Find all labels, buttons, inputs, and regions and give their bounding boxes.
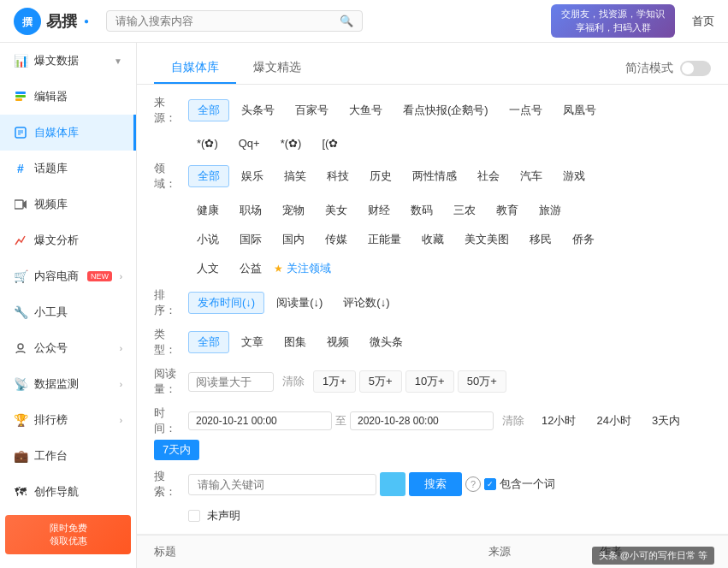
domain-tag-youxi[interactable]: 游戏 bbox=[554, 166, 594, 186]
time-btn-3d[interactable]: 3天内 bbox=[643, 411, 689, 431]
promo-banner[interactable]: 限时免费 领取优惠 bbox=[5, 515, 131, 554]
read-btn-10w[interactable]: 10万+ bbox=[405, 370, 454, 393]
domain-follow-link[interactable]: ★ 关注领域 bbox=[274, 261, 331, 276]
domain-tag-renwen[interactable]: 人文 bbox=[188, 258, 228, 279]
domain-tag-lvyou[interactable]: 旅游 bbox=[530, 200, 570, 221]
domain-tag-zhichang[interactable]: 职场 bbox=[231, 200, 270, 221]
source-tag-all[interactable]: 全部 bbox=[188, 99, 229, 121]
type-tag-wetoujiao[interactable]: 微头条 bbox=[361, 332, 411, 352]
jianjiemoshi-label: 简洁模式 bbox=[625, 61, 673, 76]
domain-tag-shehui[interactable]: 社会 bbox=[469, 166, 508, 186]
source-tag-toutiao[interactable]: 头条号 bbox=[233, 100, 283, 121]
source-tag-fenghuang[interactable]: 凤凰号 bbox=[554, 100, 605, 121]
jianjiemoshi-toggle[interactable] bbox=[680, 61, 711, 76]
type-tag-gallery[interactable]: 图集 bbox=[275, 332, 315, 352]
domain-tag-zhengneng[interactable]: 正能量 bbox=[359, 229, 410, 250]
read-btn-1w[interactable]: 1万+ bbox=[313, 370, 356, 393]
sort-btn-comment[interactable]: 评论数(↓) bbox=[334, 293, 398, 313]
sort-row: 排序： 发布时间(↓) 阅读量(↓) 评论数(↓) bbox=[154, 287, 711, 318]
domain-tag-meinv[interactable]: 美女 bbox=[317, 200, 356, 221]
time-label: 时间： bbox=[154, 405, 185, 436]
source-tag-s3[interactable]: *(✿) bbox=[272, 134, 311, 152]
search-execute-btn[interactable]: 搜索 bbox=[409, 472, 462, 496]
domain-tag-caijing[interactable]: 财经 bbox=[359, 200, 399, 221]
sidebar-item-baowendata[interactable]: 📊 爆文数据 ▼ bbox=[0, 43, 136, 79]
domain-tag-shuma[interactable]: 数码 bbox=[402, 200, 441, 221]
header-banner[interactable]: 交朋友，找资源，学知识 享福利，扫码入群 bbox=[551, 4, 675, 38]
time-start-input[interactable] bbox=[188, 411, 332, 430]
tab-zimeiti[interactable]: 自媒体库 bbox=[154, 53, 236, 84]
home-nav[interactable]: 首页 bbox=[692, 14, 714, 29]
sidebar-item-zimeiti[interactable]: 自媒体库 bbox=[0, 115, 136, 151]
domain-tag-guoji[interactable]: 国际 bbox=[231, 229, 270, 250]
type-tag-all[interactable]: 全部 bbox=[188, 331, 229, 353]
include-one-word-checkbox[interactable]: ✓ bbox=[484, 478, 496, 490]
source-tag-s2[interactable]: Qq+ bbox=[230, 134, 269, 152]
read-btn-5w[interactable]: 5万+ bbox=[359, 370, 402, 393]
time-btn-12h[interactable]: 12小时 bbox=[533, 411, 584, 431]
source-tag-kandian[interactable]: 看点快报(企鹅号) bbox=[394, 100, 497, 121]
time-btn-7d[interactable]: 7天内 bbox=[154, 440, 199, 460]
read-btn-50w[interactable]: 50万+ bbox=[458, 370, 506, 393]
keyword-input[interactable] bbox=[188, 474, 376, 495]
domain-tag-chongwu[interactable]: 宠物 bbox=[274, 200, 313, 221]
domain-tag-qiche[interactable]: 汽车 bbox=[512, 166, 551, 186]
domain-tag-xiaoshuo[interactable]: 小说 bbox=[188, 229, 228, 250]
domain-tag-chuanmei[interactable]: 传媒 bbox=[317, 229, 356, 250]
domain-tag-gaoxiao[interactable]: 搞笑 bbox=[275, 166, 315, 186]
domain-tag-jiankang[interactable]: 健康 bbox=[188, 200, 228, 221]
search-icon[interactable]: 🔍 bbox=[340, 15, 353, 27]
include-one-word-label[interactable]: ✓ 包含一个词 bbox=[484, 476, 555, 492]
read-input[interactable] bbox=[188, 372, 274, 392]
domain-tag-guonei[interactable]: 国内 bbox=[274, 229, 313, 250]
domain-tag-sannong[interactable]: 三农 bbox=[445, 200, 484, 221]
source-tag-dayu[interactable]: 大鱼号 bbox=[340, 100, 391, 121]
domain-tag-shoucang[interactable]: 收藏 bbox=[413, 229, 453, 250]
domain-tag-keji[interactable]: 科技 bbox=[318, 166, 358, 186]
sidebar-item-video[interactable]: 视频库 bbox=[0, 186, 136, 222]
search-input[interactable] bbox=[115, 15, 340, 27]
type-tag-article[interactable]: 文章 bbox=[233, 332, 272, 352]
sidebar-item-editor[interactable]: 编辑器 bbox=[0, 79, 136, 115]
source-tag-s1[interactable]: *(✿) bbox=[188, 134, 227, 152]
domain-tag-jiaoyu[interactable]: 教育 bbox=[488, 200, 527, 221]
sidebar-item-topic[interactable]: # 话题库 bbox=[0, 151, 136, 186]
sidebar-label-workspace: 工作台 bbox=[34, 448, 68, 464]
domain-tag-meiwen[interactable]: 美文美图 bbox=[456, 229, 518, 250]
source-tag-s4[interactable]: [(✿ bbox=[313, 134, 346, 152]
not-declared-checkbox[interactable] bbox=[188, 510, 200, 522]
sidebar-item-workspace[interactable]: 💼 工作台 bbox=[0, 438, 136, 474]
sidebar-item-creation[interactable]: 🗺 创作导航 bbox=[0, 474, 136, 510]
source-tag-baijia[interactable]: 百家号 bbox=[287, 100, 337, 121]
time-end-input[interactable] bbox=[350, 411, 494, 430]
time-btn-24h[interactable]: 24小时 bbox=[588, 411, 639, 431]
help-icon[interactable]: ? bbox=[465, 476, 481, 492]
domain-tag-yule[interactable]: 娱乐 bbox=[233, 166, 272, 186]
read-row: 阅读量： 清除 1万+ 5万+ 10万+ 50万+ bbox=[154, 366, 711, 397]
logo-dot: ● bbox=[84, 16, 89, 26]
domain-row2: 健康 职场 宠物 美女 财经 数码 三农 教育 旅游 bbox=[154, 200, 711, 221]
search-bar[interactable]: 🔍 bbox=[106, 10, 363, 32]
domain-row4: 人文 公益 ★ 关注领域 bbox=[154, 258, 711, 279]
color-picker-box[interactable] bbox=[380, 472, 405, 496]
domain-tag-qiaowu[interactable]: 侨务 bbox=[564, 229, 603, 250]
sidebar-item-monitor[interactable]: 📡 数据监测 › bbox=[0, 366, 136, 402]
source-tag-yidian[interactable]: 一点号 bbox=[500, 100, 551, 121]
time-clear-btn[interactable]: 清除 bbox=[497, 411, 530, 431]
tab-baowenjingxuan[interactable]: 爆文精选 bbox=[236, 53, 318, 84]
domain-tag-lishi[interactable]: 历史 bbox=[361, 166, 400, 186]
sidebar-item-ecommerce[interactable]: 🛒 内容电商 NEW › bbox=[0, 258, 136, 294]
read-clear-btn[interactable]: 清除 bbox=[277, 371, 310, 392]
sidebar-item-tools[interactable]: 🔧 小工具 bbox=[0, 294, 136, 330]
sidebar-item-gongzhong[interactable]: 公众号 › bbox=[0, 330, 136, 366]
filter-area: 来源： 全部 头条号 百家号 大鱼号 看点快报(企鹅号) 一点号 凤凰号 *(✿… bbox=[137, 85, 728, 535]
sidebar-item-ranking[interactable]: 🏆 排行榜 › bbox=[0, 402, 136, 438]
domain-tag-gongyi[interactable]: 公益 bbox=[231, 258, 270, 279]
sidebar-item-analysis[interactable]: 爆文分析 bbox=[0, 222, 136, 258]
sort-btn-read[interactable]: 阅读量(↓) bbox=[268, 293, 331, 313]
sort-btn-time[interactable]: 发布时间(↓) bbox=[188, 292, 264, 314]
type-tag-video[interactable]: 视频 bbox=[318, 332, 358, 352]
domain-tag-all[interactable]: 全部 bbox=[188, 165, 229, 187]
domain-tag-lianxing[interactable]: 两性情感 bbox=[404, 166, 465, 186]
domain-tag-yimin[interactable]: 移民 bbox=[521, 229, 560, 250]
